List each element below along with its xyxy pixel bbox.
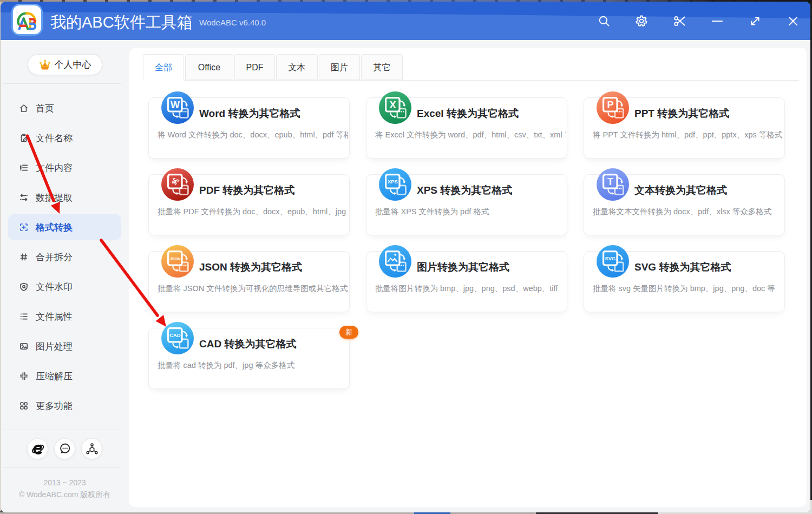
svg-text:CAD: CAD — [169, 332, 181, 338]
svg-text:JSON: JSON — [169, 256, 181, 261]
svg-text:W: W — [171, 100, 180, 110]
svg-text:SVG: SVG — [605, 255, 615, 261]
svg-text:X: X — [389, 100, 396, 110]
svg-text:XPS: XPS — [388, 179, 398, 184]
svg-text:P: P — [607, 100, 613, 110]
svg-text:T: T — [607, 176, 613, 187]
